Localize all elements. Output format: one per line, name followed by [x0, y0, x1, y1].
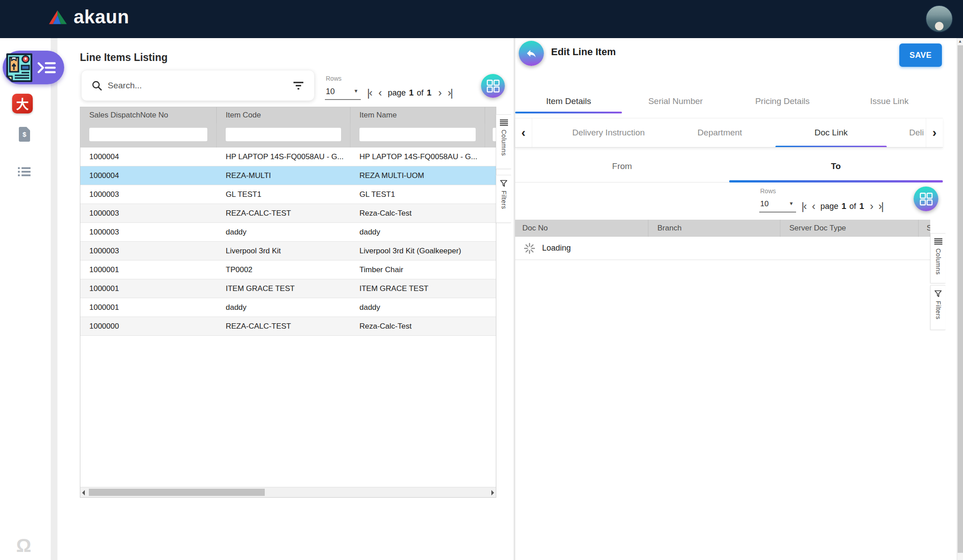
tab-item-details[interactable]: Item Details — [515, 89, 622, 113]
cell-item-name: Timber Chair — [350, 265, 485, 274]
tab-from[interactable]: From — [515, 150, 729, 182]
subtab-doc-link[interactable]: Doc Link — [775, 118, 887, 147]
columns-side-tab[interactable]: Columns — [496, 114, 511, 169]
rows-per-page-select[interactable]: 10 — [760, 200, 776, 208]
column-header-cut[interactable]: S — [919, 220, 930, 237]
subtab-delivery-cut[interactable]: Deli — [909, 118, 924, 147]
cell-item-code: REZA-CALC-TEST — [217, 209, 350, 218]
active-subtab-underline — [775, 146, 887, 147]
cell-dispatch-no: 1000001 — [80, 284, 217, 293]
search-input[interactable] — [108, 81, 293, 91]
cell-item-name: daddy — [350, 228, 485, 237]
cell-item-name: HP LAPTOP 14S-FQ0058AU - G... — [350, 152, 485, 161]
scroll-up-arrow[interactable]: ▲ — [957, 39, 963, 43]
back-arrow-icon — [525, 48, 537, 59]
cell-item-name: ITEM GRACE TEST — [350, 284, 485, 293]
sidebar-item-finance-doc[interactable]: $ — [19, 127, 30, 142]
filters-side-tab[interactable]: Filters — [496, 175, 511, 223]
support-icon[interactable]: Ω — [16, 535, 31, 556]
page-indicator: page1 of1 — [388, 88, 431, 98]
column-header-branch[interactable]: Branch — [648, 220, 780, 237]
grid-view-button[interactable] — [481, 74, 505, 98]
tab-issue-link[interactable]: Issue Link — [836, 89, 943, 113]
next-page-button[interactable]: › — [870, 201, 872, 212]
tab-serial-number[interactable]: Serial Number — [622, 89, 729, 113]
column-header-server-doc-type[interactable]: Server Doc Type — [780, 220, 919, 237]
table-row[interactable]: 1000004 HP LAPTOP 14S-FQ0058AU - G... HP… — [80, 148, 496, 166]
line-items-panel: Line Items Listing Rows 10 ▾ |‹ ‹ page1 … — [57, 38, 514, 560]
columns-side-tab[interactable]: Columns — [930, 233, 945, 283]
sidebar-item-listing[interactable] — [18, 167, 31, 178]
tab-pricing-details[interactable]: Pricing Details — [729, 89, 836, 113]
subtab-department[interactable]: Department — [664, 118, 775, 147]
rows-select-underline — [325, 99, 361, 100]
edit-line-item-panel: Edit Line Item SAVE Item Details Serial … — [515, 38, 957, 560]
columns-side-tab-label: Columns — [500, 130, 508, 156]
chevron-down-icon[interactable]: ▾ — [790, 200, 793, 207]
sub-tabs-scroll-right[interactable]: › — [926, 118, 943, 147]
filter-input-cut[interactable] — [493, 128, 496, 141]
filters-side-tab-label: Filters — [500, 191, 508, 209]
filter-input-item-name[interactable] — [359, 128, 476, 141]
column-header-item-code[interactable]: Item Code — [217, 107, 350, 123]
table-row[interactable]: 1000003 GL TEST1 GL TEST1 — [80, 185, 496, 204]
table-row[interactable]: 1000001 ITEM GRACE TEST ITEM GRACE TEST — [80, 279, 496, 298]
table-row[interactable]: 1000003 Liverpool 3rd Kit Liverpool 3rd … — [80, 242, 496, 260]
cell-dispatch-no: 1000004 — [80, 171, 217, 180]
table-row[interactable]: 1000000 REZA-CALC-TEST Reza-Calc-Test — [80, 317, 496, 336]
dispatch-note-icon — [6, 53, 33, 82]
list-icon — [18, 167, 31, 177]
grid-view-button[interactable] — [914, 187, 938, 211]
vertical-scrollbar-thumb[interactable] — [958, 45, 963, 553]
save-button[interactable]: SAVE — [899, 43, 942, 67]
column-header-sales-dispatchnote-no[interactable]: Sales DispatchNote No — [80, 107, 217, 123]
rows-per-page-control: Rows 10 — [760, 187, 776, 208]
pagination: |‹ ‹ page1 of1 › ›| — [801, 197, 883, 215]
cell-item-name: Reza-Calc-Test — [350, 322, 485, 331]
rows-select-underline — [759, 212, 796, 213]
table-row-selected[interactable]: 1000004 REZA-MULTI REZA MULTI-UOM — [80, 166, 496, 185]
page-indicator: page1 of1 — [820, 201, 864, 211]
filter-input-item-code[interactable] — [226, 128, 341, 141]
user-avatar[interactable] — [925, 5, 953, 33]
loading-label: Loading — [542, 243, 571, 253]
rows-per-page-select[interactable]: 10 — [326, 87, 341, 96]
previous-page-button[interactable]: ‹ — [378, 87, 381, 98]
cell-item-code: GL TEST1 — [217, 190, 350, 199]
tab-to[interactable]: To — [729, 150, 943, 182]
filter-input-sales-dispatchnote-no[interactable] — [89, 128, 207, 141]
horizontal-scrollbar[interactable] — [80, 487, 496, 497]
back-button[interactable] — [519, 41, 544, 66]
horizontal-scrollbar-thumb[interactable] — [89, 489, 265, 496]
cell-item-name: Liverpool 3rd Kit (Goalkeeper) — [350, 247, 485, 256]
last-page-button[interactable]: ›| — [447, 87, 452, 98]
next-page-button[interactable]: › — [438, 87, 441, 98]
vertical-scrollbar[interactable]: ▲ — [957, 38, 963, 560]
filters-side-tab[interactable]: Filters — [930, 285, 945, 330]
sidebar-item-dispatch-active[interactable] — [3, 51, 64, 84]
first-page-button[interactable]: |‹ — [367, 87, 372, 98]
filter-list-icon[interactable] — [293, 81, 304, 90]
pagination: |‹ ‹ page1 of1 › ›| — [367, 84, 452, 102]
previous-page-button[interactable]: ‹ — [812, 201, 814, 212]
top-navbar: akaun — [0, 0, 963, 38]
scroll-right-arrow[interactable] — [491, 490, 494, 495]
column-header-doc-no[interactable]: Doc No — [515, 220, 648, 237]
table-header-row: Sales DispatchNote No Item Code Item Nam… — [80, 107, 496, 123]
sidebar-item-red-app[interactable]: 大 — [12, 94, 33, 113]
sub-tabs-scroll-left[interactable]: ‹ — [515, 118, 532, 147]
first-page-button[interactable]: |‹ — [801, 201, 806, 212]
table-row[interactable]: 1000001 TP0002 Timber Chair — [80, 260, 496, 279]
chevron-down-icon[interactable]: ▾ — [355, 87, 358, 94]
subtab-delivery-instruction[interactable]: Delivery Instruction — [553, 118, 664, 147]
sidebar-expand-icon[interactable] — [37, 61, 56, 74]
active-tab-underline — [515, 112, 622, 113]
table-row[interactable]: 1000003 daddy daddy — [80, 223, 496, 242]
table-row[interactable]: 1000001 daddy daddy — [80, 298, 496, 317]
scroll-left-arrow[interactable] — [82, 490, 85, 495]
table-row[interactable]: 1000003 REZA-CALC-TEST Reza-Calc-Test — [80, 204, 496, 223]
last-page-button[interactable]: ›| — [878, 201, 883, 212]
columns-side-tab-label: Columns — [935, 248, 942, 275]
cell-dispatch-no: 1000001 — [80, 303, 217, 312]
column-header-item-name[interactable]: Item Name — [350, 107, 485, 123]
